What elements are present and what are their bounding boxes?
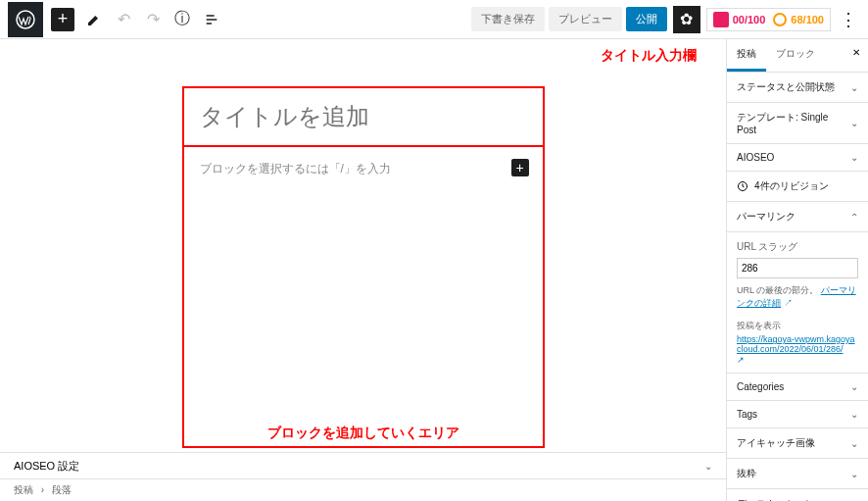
preview-button[interactable]: プレビュー	[549, 7, 622, 31]
aioseo-bottom-panel[interactable]: AIOSEO 設定 ⌄	[0, 452, 726, 479]
chevron-down-icon: ⌄	[850, 152, 858, 163]
settings-sidebar: 投稿 ブロック ✕ ステータスと公開状態⌄ テンプレート: Single Pos…	[726, 39, 868, 501]
panel-discussion[interactable]: ディスカッション⌄	[727, 489, 868, 501]
publish-button[interactable]: 公開	[626, 7, 667, 31]
title-input-area[interactable]	[184, 88, 543, 147]
panel-template[interactable]: テンプレート: Single Post⌄	[727, 103, 868, 144]
post-url-link[interactable]: https://kagoya-vwpwm.kagoyacloud.com/202…	[737, 334, 858, 354]
sidebar-tabs: 投稿 ブロック ✕	[727, 39, 868, 73]
chevron-down-icon: ⌄	[850, 409, 858, 420]
wordpress-logo[interactable]	[8, 2, 43, 37]
external-link-icon: ↗	[784, 298, 793, 308]
block-content-area[interactable]: ブロックを選択するには「/」を入力 +	[184, 147, 543, 446]
slug-input[interactable]	[737, 258, 858, 278]
panel-tags[interactable]: Tags⌄	[727, 401, 868, 428]
slug-label: URL スラッグ	[737, 240, 858, 254]
add-block-icon[interactable]: +	[51, 8, 74, 31]
seo-icon	[713, 12, 729, 27]
panel-aioseo[interactable]: AIOSEO⌄	[727, 144, 868, 172]
panel-permalink[interactable]: パーマリンク⌃	[727, 202, 868, 232]
outline-icon[interactable]	[200, 8, 223, 31]
chevron-down-icon: ⌄	[850, 381, 858, 392]
settings-icon[interactable]: ✿	[673, 6, 700, 33]
seo-score-badge[interactable]: 00/100 68/100	[706, 8, 831, 31]
chevron-up-icon: ⌃	[850, 212, 858, 223]
post-title-input[interactable]	[200, 104, 527, 130]
block-breadcrumb: 投稿 › 段落	[0, 478, 726, 501]
editor-canvas: タイトル入力欄 ブロックを選択するには「/」を入力 + ブロックを追加していくエ…	[0, 39, 726, 501]
annotation-title: タイトル入力欄	[601, 47, 697, 65]
chevron-down-icon: ⌄	[704, 461, 712, 472]
readability-icon	[773, 13, 787, 26]
view-post-label: 投稿を表示	[737, 320, 858, 332]
crumb-block[interactable]: 段落	[52, 484, 72, 495]
slug-description: URL の最後の部分。 パーマリンクの詳細 ↗	[737, 284, 858, 310]
panel-excerpt[interactable]: 抜粋⌄	[727, 459, 868, 489]
chevron-down-icon: ⌄	[850, 82, 858, 93]
seo-score-1: 00/100	[733, 14, 766, 25]
info-icon[interactable]: ⓘ	[170, 8, 194, 31]
top-toolbar: + ↶ ↷ ⓘ 下書き保存 プレビュー 公開 ✿ 00/100 68/100 ⋮	[0, 0, 868, 39]
permalink-panel-body: URL スラッグ URL の最後の部分。 パーマリンクの詳細 ↗ 投稿を表示 h…	[727, 232, 868, 374]
external-link-icon: ↗	[737, 355, 745, 365]
inline-add-block-icon[interactable]: +	[511, 159, 529, 176]
panel-categories[interactable]: Categories⌄	[727, 374, 868, 401]
chevron-down-icon: ⌄	[850, 438, 858, 449]
redo-icon[interactable]: ↷	[141, 8, 165, 31]
block-placeholder-text: ブロックを選択するには「/」を入力	[200, 161, 527, 177]
annotation-block: ブロックを追加していくエリア	[267, 425, 459, 442]
editor-highlight-box: ブロックを選択するには「/」を入力 +	[182, 86, 545, 448]
panel-featured-image[interactable]: アイキャッチ画像⌄	[727, 428, 868, 459]
close-sidebar-icon[interactable]: ✕	[844, 39, 868, 72]
undo-icon[interactable]: ↶	[112, 8, 135, 31]
edit-mode-icon[interactable]	[82, 8, 106, 31]
tab-post[interactable]: 投稿	[727, 39, 766, 72]
chevron-down-icon: ⌄	[850, 118, 858, 128]
tab-block[interactable]: ブロック	[766, 39, 825, 72]
save-draft-button[interactable]: 下書き保存	[471, 7, 545, 31]
more-icon[interactable]: ⋮	[837, 9, 860, 30]
panel-status[interactable]: ステータスと公開状態⌄	[727, 73, 868, 103]
crumb-post[interactable]: 投稿	[14, 484, 33, 495]
history-icon	[737, 180, 748, 192]
chevron-down-icon: ⌄	[850, 469, 858, 479]
aioseo-panel-label: AIOSEO 設定	[14, 459, 79, 474]
panel-revisions[interactable]: 4件のリビジョン	[727, 172, 868, 202]
seo-score-2: 68/100	[791, 14, 824, 25]
